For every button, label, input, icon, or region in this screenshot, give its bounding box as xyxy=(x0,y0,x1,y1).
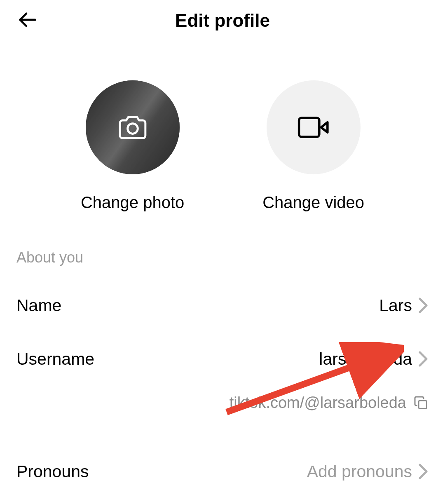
page-title: Edit profile xyxy=(16,10,429,31)
pronouns-label: Pronouns xyxy=(16,462,89,481)
username-label: Username xyxy=(16,349,94,369)
camera-icon xyxy=(117,114,148,141)
username-url: tiktok.com/@larsarboleda xyxy=(230,394,406,412)
copy-icon[interactable] xyxy=(414,396,429,410)
username-value: larsarboleda xyxy=(319,349,412,369)
svg-marker-3 xyxy=(321,122,327,133)
svg-rect-2 xyxy=(299,118,319,137)
video-camera-icon xyxy=(297,116,330,139)
profile-video-preview xyxy=(267,80,361,174)
name-row[interactable]: Name Lars xyxy=(0,279,445,332)
pronouns-row[interactable]: Pronouns Add pronouns xyxy=(0,445,445,498)
change-photo-button[interactable]: Change photo xyxy=(81,80,184,212)
arrow-left-icon xyxy=(16,9,38,30)
back-button[interactable] xyxy=(16,9,38,32)
section-header-about-you: About you xyxy=(0,249,445,266)
name-value: Lars xyxy=(379,296,412,315)
chevron-right-icon xyxy=(418,351,429,367)
chevron-right-icon xyxy=(418,297,429,314)
svg-rect-4 xyxy=(419,401,427,409)
svg-point-1 xyxy=(127,124,138,134)
username-url-row[interactable]: tiktok.com/@larsarboleda xyxy=(0,394,445,412)
media-section: Change photo Change video xyxy=(0,41,445,212)
change-video-button[interactable]: Change video xyxy=(262,80,364,212)
change-photo-label: Change photo xyxy=(81,193,184,212)
name-label: Name xyxy=(16,296,61,315)
username-row[interactable]: Username larsarboleda xyxy=(0,332,445,386)
chevron-right-icon xyxy=(418,463,429,480)
profile-photo-preview xyxy=(86,80,180,174)
pronouns-placeholder: Add pronouns xyxy=(307,462,412,481)
change-video-label: Change video xyxy=(262,193,364,212)
